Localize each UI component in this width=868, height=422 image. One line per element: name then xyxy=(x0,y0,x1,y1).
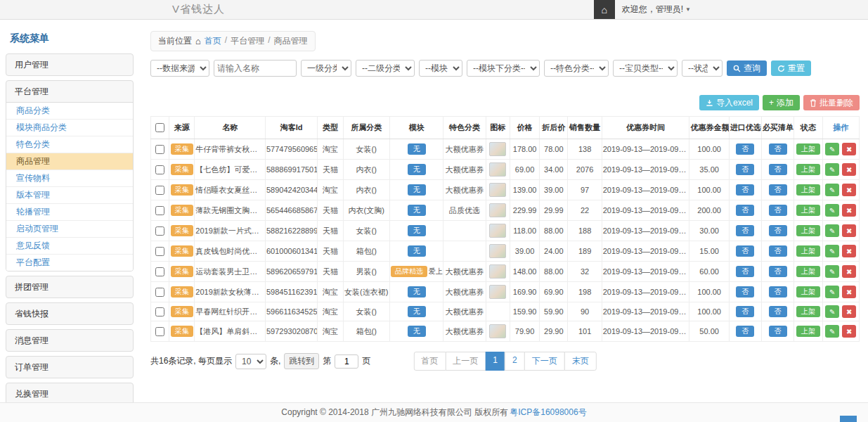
row-checkbox[interactable] xyxy=(155,186,164,195)
delete-button[interactable]: ✖ xyxy=(842,265,856,278)
sidebar-item-5[interactable]: 商品管理 xyxy=(6,153,133,170)
delete-button[interactable]: ✖ xyxy=(842,305,856,318)
page-button-3[interactable]: 2 xyxy=(505,352,525,371)
edit-button[interactable]: ✎ xyxy=(825,224,839,237)
sidebar-item-14[interactable]: 消息管理 xyxy=(6,330,133,351)
row-checkbox[interactable] xyxy=(155,327,164,336)
page-button-2[interactable]: 1 xyxy=(485,352,505,371)
edit-button[interactable]: ✎ xyxy=(825,163,839,176)
sidebar-item-3[interactable]: 模块商品分类 xyxy=(6,120,133,136)
row-checkbox[interactable] xyxy=(155,145,164,154)
must-buy-toggle[interactable]: 否 xyxy=(769,184,787,196)
edit-button[interactable]: ✎ xyxy=(825,286,839,298)
import-select-toggle[interactable]: 否 xyxy=(736,306,754,317)
status-toggle[interactable]: 上架 xyxy=(796,205,820,216)
page-size-select[interactable]: 10 xyxy=(235,354,266,369)
reset-button[interactable]: 重置 xyxy=(771,60,811,76)
filter-select-level1-category[interactable]: 一级分类 xyxy=(301,60,351,77)
select-all-checkbox[interactable] xyxy=(155,123,164,132)
must-buy-toggle[interactable]: 否 xyxy=(769,205,787,216)
search-button[interactable]: 查询 xyxy=(727,60,767,76)
jump-button[interactable]: 跳转到 xyxy=(284,353,319,369)
back-to-top-button[interactable] xyxy=(840,416,857,422)
row-checkbox[interactable] xyxy=(155,165,164,174)
status-toggle[interactable]: 上架 xyxy=(796,184,820,196)
sidebar-item-16[interactable]: 兑换管理 xyxy=(6,383,133,404)
must-buy-toggle[interactable]: 否 xyxy=(769,245,787,257)
edit-button[interactable]: ✎ xyxy=(825,184,839,196)
delete-button[interactable]: ✖ xyxy=(842,163,856,176)
edit-button[interactable]: ✎ xyxy=(825,305,839,318)
page-button-5[interactable]: 末页 xyxy=(564,352,597,371)
must-buy-toggle[interactable]: 否 xyxy=(769,286,787,298)
icp-link[interactable]: 粤ICP备16098006号 xyxy=(510,407,586,418)
add-button[interactable]: + 添加 xyxy=(763,95,800,110)
row-checkbox[interactable] xyxy=(155,226,164,236)
import-select-toggle[interactable]: 否 xyxy=(736,143,754,155)
filter-select-item-type[interactable]: --宝贝类型-- xyxy=(613,60,678,77)
status-toggle[interactable]: 上架 xyxy=(796,225,820,236)
row-checkbox[interactable] xyxy=(155,247,164,256)
sidebar-item-7[interactable]: 版本管理 xyxy=(6,187,133,204)
name-filter-input[interactable] xyxy=(214,60,297,77)
edit-button[interactable]: ✎ xyxy=(825,143,839,155)
filter-select-feature-category[interactable]: --特色分类-- xyxy=(544,60,609,77)
page-button-4[interactable]: 下一页 xyxy=(524,352,565,371)
edit-button[interactable]: ✎ xyxy=(825,265,839,278)
home-button[interactable]: ⌂ xyxy=(594,0,615,19)
status-toggle[interactable]: 上架 xyxy=(796,306,820,317)
must-buy-toggle[interactable]: 否 xyxy=(769,266,787,277)
import-select-toggle[interactable]: 否 xyxy=(736,266,754,277)
status-toggle[interactable]: 上架 xyxy=(796,164,820,175)
import-select-toggle[interactable]: 否 xyxy=(736,164,754,175)
page-button-0[interactable]: 首页 xyxy=(413,352,446,371)
filter-select-status[interactable]: --状态-- xyxy=(682,60,723,77)
row-checkbox[interactable] xyxy=(155,206,164,215)
user-menu[interactable]: 欢迎您，管理员! ▼ xyxy=(615,4,698,15)
delete-button[interactable]: ✖ xyxy=(842,204,856,217)
sidebar-item-8[interactable]: 轮播管理 xyxy=(6,204,133,221)
import-select-toggle[interactable]: 否 xyxy=(736,286,754,298)
sidebar-item-10[interactable]: 意见反馈 xyxy=(6,238,133,255)
breadcrumb-home-link[interactable]: 首页 xyxy=(205,35,221,47)
must-buy-toggle[interactable]: 否 xyxy=(769,225,787,236)
must-buy-toggle[interactable]: 否 xyxy=(769,306,787,317)
edit-button[interactable]: ✎ xyxy=(825,245,839,257)
sidebar-item-9[interactable]: 启动页管理 xyxy=(6,221,133,238)
must-buy-toggle[interactable]: 否 xyxy=(769,143,787,155)
delete-button[interactable]: ✖ xyxy=(842,245,856,257)
jump-page-input[interactable] xyxy=(335,354,358,369)
sidebar-item-12[interactable]: 拼团管理 xyxy=(6,276,133,298)
sidebar-item-4[interactable]: 特色分类 xyxy=(6,136,133,153)
sidebar-item-15[interactable]: 订单管理 xyxy=(6,357,133,378)
delete-button[interactable]: ✖ xyxy=(842,184,856,196)
delete-button[interactable]: ✖ xyxy=(842,286,856,298)
filter-select-data-source[interactable]: --数据来源-- xyxy=(150,60,209,77)
row-checkbox[interactable] xyxy=(155,307,164,316)
import-excel-button[interactable]: 导入excel xyxy=(699,95,759,110)
sidebar-item-11[interactable]: 平台配置 xyxy=(6,255,133,271)
status-toggle[interactable]: 上架 xyxy=(796,266,820,277)
batch-delete-button[interactable]: 批量删除 xyxy=(803,95,860,110)
import-select-toggle[interactable]: 否 xyxy=(736,225,754,236)
row-checkbox[interactable] xyxy=(155,288,164,297)
import-select-toggle[interactable]: 否 xyxy=(736,245,754,257)
sidebar-item-6[interactable]: 宣传物料 xyxy=(6,170,133,187)
delete-button[interactable]: ✖ xyxy=(842,143,856,155)
sidebar-item-13[interactable]: 省钱快报 xyxy=(6,303,133,324)
sidebar-item-2[interactable]: 商品分类 xyxy=(6,103,133,120)
status-toggle[interactable]: 上架 xyxy=(796,143,820,155)
import-select-toggle[interactable]: 否 xyxy=(736,205,754,216)
must-buy-toggle[interactable]: 否 xyxy=(769,164,787,175)
delete-button[interactable]: ✖ xyxy=(842,325,856,338)
must-buy-toggle[interactable]: 否 xyxy=(769,326,787,337)
edit-button[interactable]: ✎ xyxy=(825,325,839,338)
sidebar-item-0[interactable]: 用户管理 xyxy=(6,54,133,75)
sidebar-item-1[interactable]: 平台管理 xyxy=(6,81,133,102)
page-button-1[interactable]: 上一页 xyxy=(445,352,486,371)
filter-select-module[interactable]: --模块-- xyxy=(419,60,462,77)
import-select-toggle[interactable]: 否 xyxy=(736,326,754,337)
delete-button[interactable]: ✖ xyxy=(842,224,856,237)
import-select-toggle[interactable]: 否 xyxy=(736,184,754,196)
filter-select-level2-category[interactable]: --二级分类-- xyxy=(356,60,415,77)
